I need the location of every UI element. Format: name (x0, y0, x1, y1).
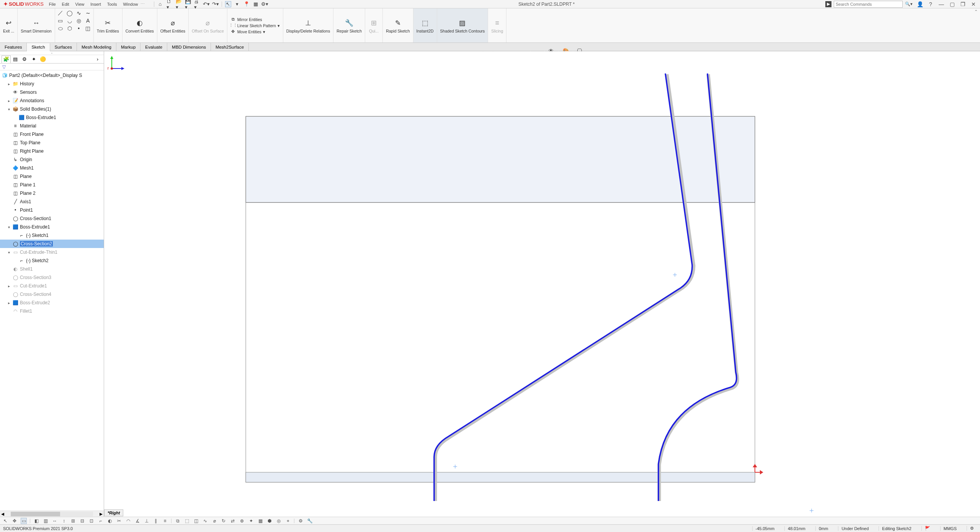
maximize-icon[interactable]: ▢ (949, 1, 956, 7)
bt-19[interactable]: ∿ (202, 518, 208, 524)
line-icon[interactable]: ／ (57, 10, 64, 16)
graphics-viewport[interactable]: z *Right (104, 51, 980, 517)
tree-item[interactable]: ◯Cross-Section4 (0, 290, 104, 299)
menu-overflow-icon[interactable]: ⋯ (140, 2, 145, 7)
chevron-down-icon[interactable]: ▾ (263, 29, 265, 34)
tree-item[interactable]: 👁Sensors (0, 88, 104, 96)
bt-23[interactable]: ⊕ (239, 518, 245, 524)
bt-10[interactable]: ✂ (116, 518, 122, 524)
bt-26[interactable]: ⬢ (266, 518, 273, 524)
ribbon-tab-evaluate[interactable]: Evaluate (140, 43, 167, 51)
rectangle-icon[interactable]: ▭ (57, 18, 64, 24)
shaded-sketch-contours-button[interactable]: ▨ Shaded Sketch Contours (437, 8, 488, 42)
print-icon[interactable]: 🖨▾ (194, 1, 200, 7)
tree-twisty[interactable]: ▾ (7, 250, 11, 255)
select-icon[interactable]: ↖ (225, 1, 231, 7)
text-icon[interactable]: A (85, 18, 91, 24)
bt-15[interactable]: ≡ (162, 518, 168, 524)
tree-item[interactable]: ◫Plane 1 (0, 181, 104, 189)
tree-twisty[interactable]: ▸ (7, 284, 11, 288)
bt-7[interactable]: ⊡ (88, 518, 95, 524)
bt-1[interactable]: ◧ (33, 518, 39, 524)
bt-active-icon[interactable]: ▭ (21, 518, 27, 524)
bt-22[interactable]: ⇄ (230, 518, 236, 524)
tree-item[interactable]: ⌐(-) Sketch2 (0, 256, 104, 265)
bt-25[interactable]: ▦ (257, 518, 263, 524)
select-dropdown-icon[interactable]: ▾ (234, 1, 240, 7)
bt-2[interactable]: ▥ (42, 518, 49, 524)
menu-tools[interactable]: Tools (107, 2, 117, 7)
convert-entities-button[interactable]: ◐ Convert Entities (122, 8, 157, 42)
home-icon[interactable]: ⌂ (157, 1, 163, 7)
status-flag-icon[interactable]: 🚩 (921, 526, 933, 531)
ribbon-tab-mesh-modeling[interactable]: Mesh Modeling (77, 43, 116, 51)
bt-5[interactable]: ⊞ (70, 518, 76, 524)
mirror-entities-button[interactable]: ⧉Mirror Entities (230, 17, 280, 22)
spline2-icon[interactable]: ∼ (85, 10, 91, 16)
tree-item[interactable]: ◫Front Plane (0, 130, 104, 139)
search-icon[interactable]: 🔍▾ (905, 2, 913, 7)
tree-item[interactable]: ▾📦Solid Bodies(1) (0, 105, 104, 113)
panel-grip[interactable]: • (0, 51, 104, 55)
bt-16[interactable]: ⧉ (175, 518, 181, 524)
menu-window[interactable]: Window (123, 2, 138, 7)
view-orientation-tab[interactable]: *Right (104, 509, 123, 517)
tree-item[interactable]: ◯Cross-Section3 (0, 273, 104, 282)
offset-entities-button[interactable]: ⌀ Offset Entities (157, 8, 189, 42)
ribbon-tab-mbd-dimensions[interactable]: MBD Dimensions (167, 43, 211, 51)
pushpin-icon[interactable]: 📍 (243, 1, 250, 7)
tree-twisty[interactable]: ▸ (7, 99, 11, 103)
ellipse-icon[interactable]: ◎ (76, 18, 82, 24)
tree-item[interactable]: ⌐(-) Sketch1 (0, 231, 104, 240)
tree-item[interactable]: ╱Axis1 (0, 197, 104, 206)
tree-twisty[interactable]: ▾ (7, 107, 11, 111)
save-icon[interactable]: 💾▾ (185, 1, 191, 7)
tree-item[interactable]: ◫Top Plane (0, 139, 104, 147)
bt-12[interactable]: ∡ (134, 518, 140, 524)
bt-pan-icon[interactable]: ✥ (11, 518, 18, 524)
tree-item[interactable]: ◐Shell1 (0, 265, 104, 273)
tree-item[interactable]: ▸🟦Boss-Extrude2 (0, 299, 104, 307)
bt-4[interactable]: ↕ (61, 518, 67, 524)
dimxpert-tab[interactable]: ✦ (29, 55, 38, 63)
tree-item[interactable]: ▸▭Cut-Extrude1 (0, 282, 104, 290)
tree-item[interactable]: ◫Plane (0, 172, 104, 181)
user-icon[interactable]: 👤 (916, 1, 923, 7)
display-manager-tab[interactable]: 🟡 (38, 55, 47, 63)
slot-icon[interactable]: ⬭ (57, 25, 64, 31)
tree-item[interactable]: ◫Right Plane (0, 147, 104, 155)
smart-dimension-button[interactable]: ↔ Smart Dimension (18, 8, 55, 42)
menu-edit[interactable]: Edit (62, 2, 69, 7)
tree-item[interactable]: ▾▭Cut-Extrude-Thin1 (0, 248, 104, 256)
restore-icon[interactable]: ❐ (959, 1, 966, 7)
polygon-icon[interactable]: ⬡ (67, 25, 73, 31)
tree-item[interactable]: ↳Origin (0, 155, 104, 164)
open-icon[interactable]: 📂▾ (176, 1, 182, 7)
bt-3[interactable]: ↔ (52, 518, 58, 524)
bt-27[interactable]: ◎ (276, 518, 282, 524)
status-units[interactable]: MMGS (940, 526, 960, 531)
property-manager-tab[interactable]: ▤ (11, 55, 20, 63)
search-run-icon[interactable]: ▶ (825, 1, 831, 7)
minimize-icon[interactable]: — (938, 1, 945, 7)
instant2d-button[interactable]: ⬚ Instant2D (413, 8, 437, 42)
ribbon-tab-features[interactable]: Features (0, 43, 27, 51)
display-delete-relations-button[interactable]: ⊥ Display/Delete Relations (283, 8, 333, 42)
ribbon-overflow-icon[interactable]: ⌃ (972, 8, 980, 42)
chevron-down-icon[interactable]: ▾ (278, 23, 280, 28)
tree-twisty[interactable]: ▸ (7, 82, 11, 86)
undo-icon[interactable]: ↶▾ (203, 1, 209, 7)
tree-item[interactable]: ▸📝Annotations (0, 96, 104, 105)
point-icon[interactable]: • (76, 25, 82, 31)
repair-sketch-button[interactable]: 🔧 Repair Sketch (333, 8, 365, 42)
search-input[interactable] (834, 1, 903, 8)
tree-root[interactable]: 🧊 Part2 (Default<<Default>_Display S (0, 71, 104, 80)
plane-icon[interactable]: ◫ (85, 25, 91, 31)
status-gear-icon[interactable]: ⚙ (967, 526, 977, 531)
linear-pattern-button[interactable]: ⋮⋮Linear Sketch Pattern ▾ (230, 23, 280, 28)
tree-item[interactable]: ◠Fillet1 (0, 307, 104, 315)
ribbon-tab-mesh2surface[interactable]: Mesh2Surface (211, 43, 249, 51)
tree-scrollbar[interactable]: ◂ ▸ (0, 511, 104, 517)
tree-item[interactable]: ◫Plane 2 (0, 189, 104, 197)
tree-twisty[interactable]: ▾ (7, 225, 11, 229)
